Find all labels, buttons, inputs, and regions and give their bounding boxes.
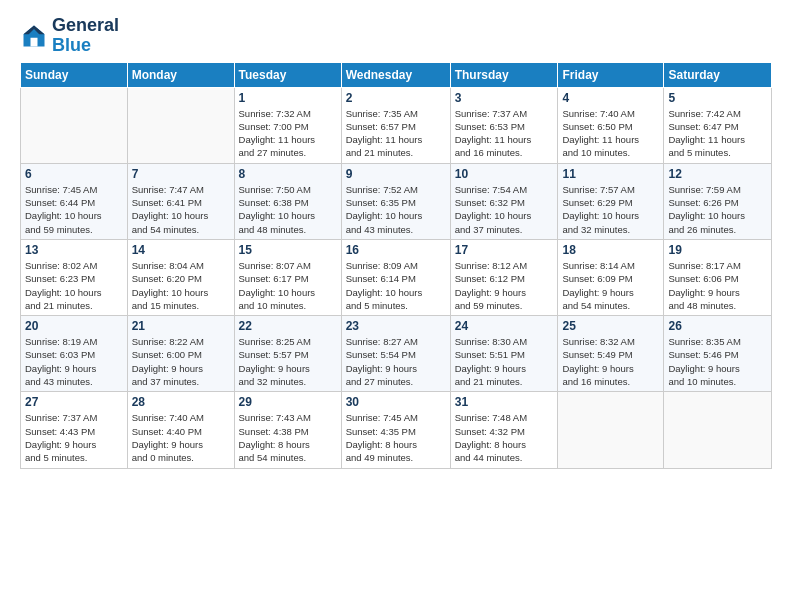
day-info: Sunrise: 7:37 AM Sunset: 6:53 PM Dayligh…	[455, 107, 554, 160]
calendar-cell: 25Sunrise: 8:32 AM Sunset: 5:49 PM Dayli…	[558, 316, 664, 392]
day-number: 1	[239, 91, 337, 105]
day-info: Sunrise: 7:57 AM Sunset: 6:29 PM Dayligh…	[562, 183, 659, 236]
calendar-week-1: 1Sunrise: 7:32 AM Sunset: 7:00 PM Daylig…	[21, 87, 772, 163]
day-info: Sunrise: 7:50 AM Sunset: 6:38 PM Dayligh…	[239, 183, 337, 236]
calendar-week-3: 13Sunrise: 8:02 AM Sunset: 6:23 PM Dayli…	[21, 239, 772, 315]
logo-icon	[20, 22, 48, 50]
day-number: 21	[132, 319, 230, 333]
calendar-cell: 1Sunrise: 7:32 AM Sunset: 7:00 PM Daylig…	[234, 87, 341, 163]
col-header-wednesday: Wednesday	[341, 62, 450, 87]
day-info: Sunrise: 8:25 AM Sunset: 5:57 PM Dayligh…	[239, 335, 337, 388]
calendar-cell: 28Sunrise: 7:40 AM Sunset: 4:40 PM Dayli…	[127, 392, 234, 468]
day-number: 12	[668, 167, 767, 181]
calendar-cell: 7Sunrise: 7:47 AM Sunset: 6:41 PM Daylig…	[127, 163, 234, 239]
calendar-cell: 6Sunrise: 7:45 AM Sunset: 6:44 PM Daylig…	[21, 163, 128, 239]
day-info: Sunrise: 8:04 AM Sunset: 6:20 PM Dayligh…	[132, 259, 230, 312]
calendar-cell: 18Sunrise: 8:14 AM Sunset: 6:09 PM Dayli…	[558, 239, 664, 315]
day-info: Sunrise: 7:59 AM Sunset: 6:26 PM Dayligh…	[668, 183, 767, 236]
calendar-week-5: 27Sunrise: 7:37 AM Sunset: 4:43 PM Dayli…	[21, 392, 772, 468]
calendar-cell: 11Sunrise: 7:57 AM Sunset: 6:29 PM Dayli…	[558, 163, 664, 239]
day-number: 26	[668, 319, 767, 333]
calendar-cell: 13Sunrise: 8:02 AM Sunset: 6:23 PM Dayli…	[21, 239, 128, 315]
day-number: 19	[668, 243, 767, 257]
header: General Blue	[20, 16, 772, 56]
day-info: Sunrise: 8:17 AM Sunset: 6:06 PM Dayligh…	[668, 259, 767, 312]
col-header-saturday: Saturday	[664, 62, 772, 87]
calendar-cell: 2Sunrise: 7:35 AM Sunset: 6:57 PM Daylig…	[341, 87, 450, 163]
calendar-cell: 8Sunrise: 7:50 AM Sunset: 6:38 PM Daylig…	[234, 163, 341, 239]
day-number: 5	[668, 91, 767, 105]
calendar-cell: 14Sunrise: 8:04 AM Sunset: 6:20 PM Dayli…	[127, 239, 234, 315]
day-number: 3	[455, 91, 554, 105]
day-info: Sunrise: 8:22 AM Sunset: 6:00 PM Dayligh…	[132, 335, 230, 388]
day-number: 20	[25, 319, 123, 333]
calendar-cell: 15Sunrise: 8:07 AM Sunset: 6:17 PM Dayli…	[234, 239, 341, 315]
calendar-cell: 4Sunrise: 7:40 AM Sunset: 6:50 PM Daylig…	[558, 87, 664, 163]
calendar-cell: 12Sunrise: 7:59 AM Sunset: 6:26 PM Dayli…	[664, 163, 772, 239]
day-number: 2	[346, 91, 446, 105]
calendar-cell: 3Sunrise: 7:37 AM Sunset: 6:53 PM Daylig…	[450, 87, 558, 163]
day-info: Sunrise: 8:12 AM Sunset: 6:12 PM Dayligh…	[455, 259, 554, 312]
day-number: 17	[455, 243, 554, 257]
day-info: Sunrise: 7:32 AM Sunset: 7:00 PM Dayligh…	[239, 107, 337, 160]
calendar-cell: 22Sunrise: 8:25 AM Sunset: 5:57 PM Dayli…	[234, 316, 341, 392]
calendar-cell	[127, 87, 234, 163]
day-info: Sunrise: 7:42 AM Sunset: 6:47 PM Dayligh…	[668, 107, 767, 160]
day-number: 22	[239, 319, 337, 333]
day-number: 18	[562, 243, 659, 257]
day-number: 13	[25, 243, 123, 257]
calendar-cell: 5Sunrise: 7:42 AM Sunset: 6:47 PM Daylig…	[664, 87, 772, 163]
day-info: Sunrise: 8:30 AM Sunset: 5:51 PM Dayligh…	[455, 335, 554, 388]
day-number: 8	[239, 167, 337, 181]
day-info: Sunrise: 8:07 AM Sunset: 6:17 PM Dayligh…	[239, 259, 337, 312]
day-number: 9	[346, 167, 446, 181]
day-number: 14	[132, 243, 230, 257]
day-number: 10	[455, 167, 554, 181]
day-info: Sunrise: 7:52 AM Sunset: 6:35 PM Dayligh…	[346, 183, 446, 236]
day-number: 15	[239, 243, 337, 257]
calendar-cell: 20Sunrise: 8:19 AM Sunset: 6:03 PM Dayli…	[21, 316, 128, 392]
logo-text: General Blue	[52, 16, 119, 56]
day-number: 31	[455, 395, 554, 409]
col-header-friday: Friday	[558, 62, 664, 87]
calendar-cell: 27Sunrise: 7:37 AM Sunset: 4:43 PM Dayli…	[21, 392, 128, 468]
col-header-sunday: Sunday	[21, 62, 128, 87]
day-info: Sunrise: 7:48 AM Sunset: 4:32 PM Dayligh…	[455, 411, 554, 464]
calendar-cell	[664, 392, 772, 468]
day-number: 6	[25, 167, 123, 181]
day-number: 11	[562, 167, 659, 181]
day-number: 29	[239, 395, 337, 409]
calendar-cell: 24Sunrise: 8:30 AM Sunset: 5:51 PM Dayli…	[450, 316, 558, 392]
calendar-cell: 31Sunrise: 7:48 AM Sunset: 4:32 PM Dayli…	[450, 392, 558, 468]
calendar-cell	[558, 392, 664, 468]
day-info: Sunrise: 8:09 AM Sunset: 6:14 PM Dayligh…	[346, 259, 446, 312]
col-header-monday: Monday	[127, 62, 234, 87]
calendar-cell	[21, 87, 128, 163]
calendar-cell: 26Sunrise: 8:35 AM Sunset: 5:46 PM Dayli…	[664, 316, 772, 392]
day-info: Sunrise: 8:27 AM Sunset: 5:54 PM Dayligh…	[346, 335, 446, 388]
calendar-cell: 17Sunrise: 8:12 AM Sunset: 6:12 PM Dayli…	[450, 239, 558, 315]
day-number: 24	[455, 319, 554, 333]
day-info: Sunrise: 7:54 AM Sunset: 6:32 PM Dayligh…	[455, 183, 554, 236]
calendar-table: SundayMondayTuesdayWednesdayThursdayFrid…	[20, 62, 772, 469]
calendar-cell: 10Sunrise: 7:54 AM Sunset: 6:32 PM Dayli…	[450, 163, 558, 239]
day-info: Sunrise: 8:14 AM Sunset: 6:09 PM Dayligh…	[562, 259, 659, 312]
logo: General Blue	[20, 16, 119, 56]
svg-rect-2	[31, 38, 38, 47]
day-info: Sunrise: 8:32 AM Sunset: 5:49 PM Dayligh…	[562, 335, 659, 388]
day-number: 25	[562, 319, 659, 333]
day-info: Sunrise: 7:37 AM Sunset: 4:43 PM Dayligh…	[25, 411, 123, 464]
calendar-header-row: SundayMondayTuesdayWednesdayThursdayFrid…	[21, 62, 772, 87]
col-header-thursday: Thursday	[450, 62, 558, 87]
day-info: Sunrise: 7:40 AM Sunset: 4:40 PM Dayligh…	[132, 411, 230, 464]
day-info: Sunrise: 8:02 AM Sunset: 6:23 PM Dayligh…	[25, 259, 123, 312]
calendar-cell: 9Sunrise: 7:52 AM Sunset: 6:35 PM Daylig…	[341, 163, 450, 239]
day-number: 16	[346, 243, 446, 257]
day-info: Sunrise: 7:43 AM Sunset: 4:38 PM Dayligh…	[239, 411, 337, 464]
day-info: Sunrise: 8:35 AM Sunset: 5:46 PM Dayligh…	[668, 335, 767, 388]
day-number: 28	[132, 395, 230, 409]
calendar-cell: 21Sunrise: 8:22 AM Sunset: 6:00 PM Dayli…	[127, 316, 234, 392]
calendar-cell: 29Sunrise: 7:43 AM Sunset: 4:38 PM Dayli…	[234, 392, 341, 468]
calendar-cell: 30Sunrise: 7:45 AM Sunset: 4:35 PM Dayli…	[341, 392, 450, 468]
page: General Blue SundayMondayTuesdayWednesda…	[0, 0, 792, 479]
